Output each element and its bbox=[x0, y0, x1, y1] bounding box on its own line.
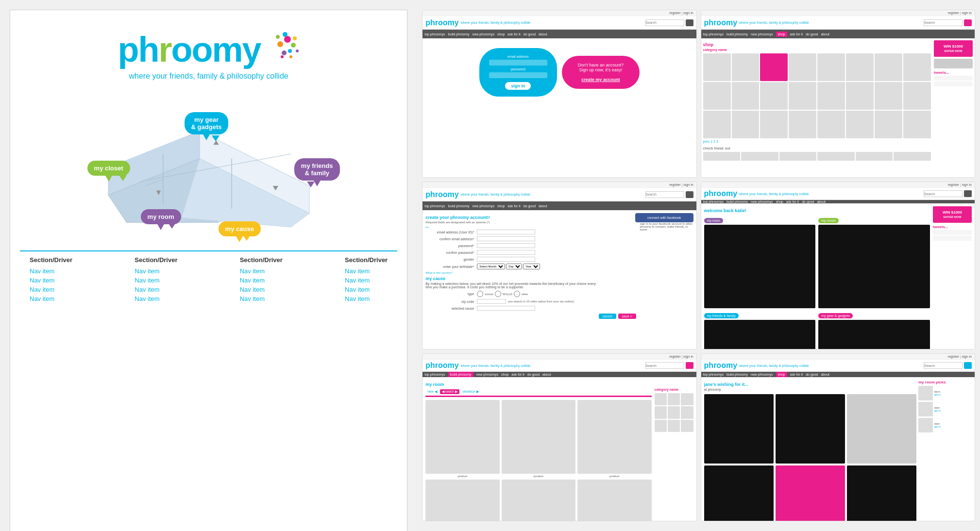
room-block-gear[interactable] bbox=[818, 320, 930, 349]
bday-day[interactable]: Day bbox=[506, 264, 522, 269]
selected-cause-field[interactable] bbox=[477, 306, 535, 311]
s6nav-build[interactable]: build phroomy bbox=[727, 373, 748, 376]
gender-field[interactable] bbox=[477, 257, 535, 262]
s4nav-build[interactable]: build phroomy bbox=[727, 200, 748, 203]
nav-item-3-2[interactable]: Nav item bbox=[240, 277, 283, 284]
s3-signin[interactable]: sign in bbox=[683, 183, 693, 186]
contest-banner[interactable] bbox=[934, 59, 973, 68]
shop-item-6[interactable] bbox=[846, 53, 874, 81]
nav1-do[interactable]: do good bbox=[524, 33, 536, 36]
nav-item-2-4[interactable]: Nav item bbox=[135, 295, 177, 302]
nav1-about[interactable]: about bbox=[539, 33, 547, 36]
shop-item-10[interactable] bbox=[732, 82, 760, 110]
s5nav-new[interactable]: new phroomys bbox=[476, 373, 499, 376]
wish-block-1[interactable] bbox=[704, 394, 774, 464]
check-item-3[interactable] bbox=[779, 152, 817, 161]
zip-field[interactable] bbox=[477, 299, 506, 304]
side-item-3[interactable] bbox=[681, 393, 693, 405]
signin-button[interactable]: sign in bbox=[505, 82, 531, 90]
register-link[interactable]: register bbox=[669, 11, 680, 15]
type-school[interactable] bbox=[477, 291, 483, 297]
s6-signin[interactable]: sign in bbox=[962, 355, 972, 358]
contest-box[interactable]: WIN $1000ENTER NOW bbox=[934, 40, 973, 57]
product-img-5[interactable] bbox=[502, 480, 575, 521]
bubble-closet[interactable]: my closet bbox=[87, 161, 130, 176]
nav1-ask[interactable]: ask for it bbox=[507, 33, 520, 36]
save-button[interactable]: save > bbox=[618, 314, 636, 319]
s5nav-ask[interactable]: ask for it bbox=[511, 373, 524, 376]
nav-item-4-2[interactable]: Nav item bbox=[345, 277, 388, 284]
check-item-1[interactable] bbox=[703, 152, 741, 161]
nav-item-1-2[interactable]: Nav item bbox=[30, 277, 72, 284]
email-field[interactable] bbox=[477, 230, 535, 234]
shop-item-23[interactable] bbox=[875, 111, 902, 138]
s6nav-ask[interactable]: ask for it bbox=[790, 373, 803, 376]
nav1-build[interactable]: build phroomy bbox=[448, 33, 470, 36]
screen5-search[interactable] bbox=[645, 362, 684, 369]
email-input[interactable] bbox=[489, 60, 547, 66]
s3nav-build[interactable]: build phroomy bbox=[448, 204, 470, 208]
s3-register[interactable]: register bbox=[669, 183, 680, 186]
s2nav-about[interactable]: about bbox=[821, 33, 829, 36]
screen3-search[interactable] bbox=[645, 191, 684, 198]
screen3-search-btn[interactable] bbox=[686, 191, 693, 198]
shop-item-12[interactable] bbox=[789, 82, 816, 110]
wish-block-5[interactable] bbox=[847, 465, 916, 521]
nav-item-3-3[interactable]: Nav item bbox=[240, 286, 283, 293]
signin-link[interactable]: sign in bbox=[683, 11, 693, 15]
nav-item-3-4[interactable]: Nav item bbox=[240, 295, 283, 302]
check-item-6[interactable] bbox=[894, 152, 931, 161]
product-img-2[interactable] bbox=[502, 400, 575, 474]
side-item-9[interactable] bbox=[681, 420, 693, 432]
side-item-5[interactable] bbox=[668, 406, 680, 418]
s6-register[interactable]: register bbox=[948, 355, 959, 358]
side-item-8[interactable] bbox=[668, 420, 680, 432]
pick-img-1[interactable] bbox=[918, 386, 933, 400]
room-block-friends[interactable] bbox=[704, 320, 816, 349]
bubble-gear[interactable]: my gear& gadgets bbox=[185, 112, 229, 134]
password-input[interactable] bbox=[489, 72, 547, 78]
screen2-search[interactable] bbox=[924, 19, 963, 26]
product-img-3[interactable] bbox=[577, 400, 651, 474]
s3nav-about[interactable]: about bbox=[539, 204, 547, 208]
type-other[interactable] bbox=[514, 291, 520, 297]
shop-item-21[interactable] bbox=[817, 111, 845, 138]
s3nav-new[interactable]: new phroomys bbox=[473, 204, 495, 208]
s4nav-shop[interactable]: shop bbox=[776, 200, 783, 203]
s2nav-shop[interactable]: shop bbox=[776, 32, 787, 37]
s3nav-shop[interactable]: shop bbox=[497, 204, 505, 208]
s3nav-top[interactable]: top phroomys bbox=[424, 204, 445, 208]
s6nav-shop[interactable]: shop bbox=[776, 372, 787, 377]
shop-item-19[interactable] bbox=[760, 111, 788, 138]
connect-fb-btn[interactable]: connect with facebook bbox=[635, 213, 693, 222]
room-block-room[interactable] bbox=[704, 225, 816, 308]
s2nav-top[interactable]: top phroomys bbox=[703, 33, 724, 36]
nav-item-2-1[interactable]: Nav item bbox=[135, 267, 177, 275]
s2-signin[interactable]: sign in bbox=[962, 11, 972, 15]
nav1-top[interactable]: top phroomys bbox=[424, 33, 445, 36]
screen5-search-btn[interactable] bbox=[686, 362, 693, 369]
shop-item-1[interactable] bbox=[703, 53, 731, 81]
shop-item-11[interactable] bbox=[760, 82, 788, 110]
s5nav-build[interactable]: build phroomy bbox=[448, 372, 473, 377]
shop-item-24[interactable] bbox=[903, 111, 931, 138]
wish-block-3[interactable] bbox=[847, 394, 916, 464]
s2nav-ask[interactable]: ask for it bbox=[790, 33, 803, 36]
wish-block-2[interactable] bbox=[776, 394, 845, 464]
s6nav-about[interactable]: about bbox=[821, 373, 829, 376]
s4nav-ask[interactable]: ask for it bbox=[786, 200, 799, 203]
shop-item-9[interactable] bbox=[703, 82, 731, 110]
tab-new[interactable]: new ◀ bbox=[425, 389, 439, 394]
check-item-2[interactable] bbox=[741, 152, 778, 161]
wish-block-pink[interactable]: get it bbox=[776, 465, 845, 521]
cancel-button[interactable]: cancel bbox=[599, 314, 616, 319]
s4nav-top[interactable]: top phroomys bbox=[703, 200, 724, 203]
nav1-new[interactable]: new phroomys bbox=[473, 33, 495, 36]
bubble-cause[interactable]: my cause bbox=[219, 221, 261, 236]
shop-item-17[interactable] bbox=[703, 111, 731, 138]
product-img-6[interactable] bbox=[577, 480, 651, 521]
wish-block-4[interactable] bbox=[704, 465, 774, 521]
s2-register[interactable]: register bbox=[948, 11, 959, 15]
welcome-contest-box[interactable]: WIN $1000ENTER NOW bbox=[933, 206, 972, 223]
bubble-room[interactable]: my room bbox=[141, 209, 181, 224]
